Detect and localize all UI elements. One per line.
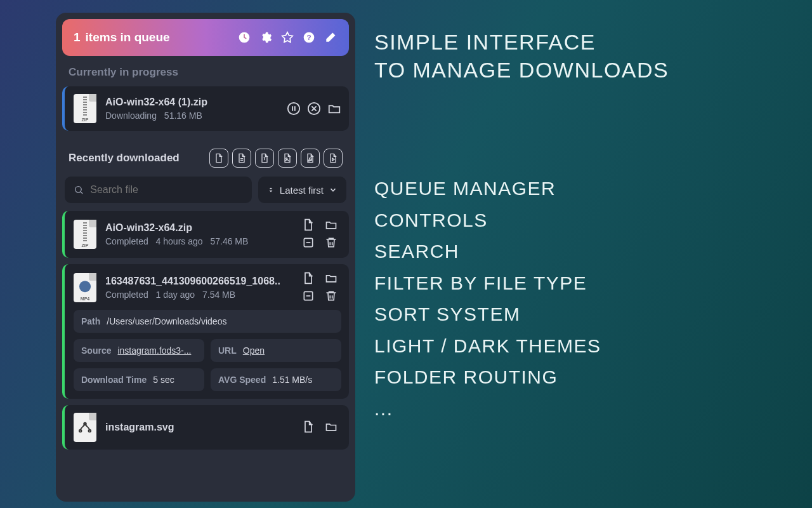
folder-icon[interactable]: [327, 102, 341, 116]
file-name: AiO-win32-x64 (1).zip: [105, 97, 280, 108]
help-icon[interactable]: ?: [302, 30, 316, 44]
filter-archive-icon[interactable]: [255, 149, 274, 168]
trash-icon[interactable]: [325, 290, 339, 304]
feature-item: ...: [374, 393, 669, 425]
search-box[interactable]: [65, 177, 252, 203]
download-card-progress[interactable]: ZIP AiO-win32-x64 (1).zip Downloading 51…: [62, 86, 349, 131]
search-icon: [74, 184, 84, 196]
feature-item: QUEUE MANAGER: [374, 173, 669, 204]
feature-item: CONTROLS: [374, 204, 669, 236]
file-icon-zip: ZIP: [74, 94, 96, 123]
header-bar: 1 items in queue ?: [62, 19, 349, 56]
filter-doc-icon[interactable]: [232, 149, 251, 168]
file-meta: Completed 4 hours ago 57.46 MB: [105, 236, 296, 246]
sort-icon: [267, 186, 275, 194]
marketing-copy: SIMPLE INTERFACE TO MANAGE DOWNLOADS QUE…: [374, 28, 669, 424]
recent-section-title: Recently downloaded: [56, 137, 355, 177]
detail-avg-speed: AVG Speed 1.51 MB/s: [211, 368, 341, 391]
filter-image-icon[interactable]: [278, 149, 297, 168]
queue-label: items in queue: [86, 30, 237, 44]
headline-2: TO MANAGE DOWNLOADS: [374, 56, 669, 84]
file-name: AiO-win32-x64.zip: [105, 222, 296, 234]
svg-point-3: [288, 103, 299, 114]
headline-1: SIMPLE INTERFACE: [374, 28, 669, 56]
detail-path: Path /Users/user/Downloads/videos: [74, 310, 341, 333]
star-icon[interactable]: [280, 30, 294, 44]
folder-icon[interactable]: [325, 218, 339, 232]
trash-icon[interactable]: [325, 236, 339, 250]
collapse-icon[interactable]: [302, 236, 316, 250]
cancel-icon[interactable]: [307, 102, 321, 116]
sort-label: Latest first: [280, 185, 324, 196]
download-manager-panel: 1 items in queue ? Currently in progress: [56, 13, 355, 502]
file-name: instagram.svg: [105, 422, 296, 433]
file-icon-svg: [74, 413, 96, 442]
gear-icon[interactable]: [259, 30, 273, 44]
url-link[interactable]: Open: [243, 345, 265, 356]
detail-source: Source instagram.fods3-...: [74, 339, 204, 362]
feature-list: QUEUE MANAGER CONTROLS SEARCH FILTER BY …: [374, 173, 669, 424]
file-name: 163487631_441309600266519_1068..: [105, 276, 296, 287]
queue-count: 1: [74, 30, 81, 44]
filter-all-icon[interactable]: [209, 149, 228, 168]
download-card-expanded[interactable]: MP4 163487631_441309600266519_1068.. Com…: [62, 264, 349, 399]
detail-url: URL Open: [211, 339, 341, 362]
svg-point-8: [75, 187, 81, 192]
svg-text:?: ?: [306, 33, 311, 41]
feature-item: LIGHT / DARK THEMES: [374, 330, 669, 362]
copy-icon[interactable]: [302, 272, 316, 286]
search-input[interactable]: [90, 184, 243, 196]
folder-icon[interactable]: [325, 272, 339, 286]
pause-icon[interactable]: [287, 102, 301, 116]
clock-icon[interactable]: [237, 30, 251, 44]
chevron-down-icon: [329, 185, 337, 194]
folder-icon[interactable]: [325, 420, 339, 434]
download-card[interactable]: instagram.svg: [62, 405, 349, 450]
progress-section-title: Currently in progress: [56, 62, 355, 86]
filter-audio-icon[interactable]: [301, 149, 320, 168]
feature-item: SORT SYSTEM: [374, 298, 669, 330]
file-icon-zip: ZIP: [74, 220, 96, 249]
feature-item: FOLDER ROUTING: [374, 361, 669, 393]
source-link[interactable]: instagram.fods3-...: [117, 345, 191, 356]
download-card[interactable]: ZIP AiO-win32-x64.zip Completed 4 hours …: [62, 211, 349, 258]
copy-icon[interactable]: [302, 420, 316, 434]
feature-item: SEARCH: [374, 236, 669, 267]
detail-download-time: Download Time 5 sec: [74, 368, 204, 391]
file-icon-mp4: MP4: [74, 273, 96, 302]
file-meta: Downloading 51.16 MB: [105, 110, 280, 121]
copy-icon[interactable]: [302, 218, 316, 232]
filter-video-icon[interactable]: [324, 149, 343, 168]
eraser-icon[interactable]: [324, 30, 337, 44]
feature-item: FILTER BY FILE TYPE: [374, 267, 669, 299]
file-meta: Completed 1 day ago 7.54 MB: [105, 290, 296, 300]
collapse-icon[interactable]: [302, 290, 316, 304]
sort-dropdown[interactable]: Latest first: [258, 177, 346, 203]
